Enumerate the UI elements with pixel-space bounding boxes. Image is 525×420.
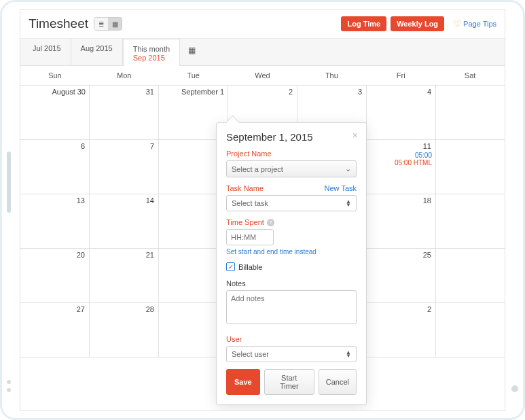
day-number: 14 (146, 196, 154, 205)
billable-checkbox-row[interactable]: ✓ Billable (226, 262, 357, 271)
cancel-button[interactable]: Cancel (319, 369, 357, 395)
scroll-indicator (7, 152, 11, 213)
list-view-icon[interactable]: ≣ (94, 18, 108, 30)
calendar-day-cell[interactable]: 1105:0005:00 HTML (367, 140, 436, 194)
calendar-day-cell[interactable] (436, 249, 505, 302)
new-task-link[interactable]: New Task (325, 184, 357, 192)
project-name-label: Project Name (226, 150, 357, 158)
task-select[interactable]: Select task ▲▼ (226, 195, 357, 211)
user-label: User (226, 335, 357, 343)
calendar-day-cell[interactable]: 27 (20, 303, 90, 357)
user-select[interactable]: Select user ▲▼ (226, 346, 357, 362)
app-window: Timesheet ≣ ▦ Log Time Weekly Log ♡ Page… (20, 9, 505, 411)
help-icon[interactable]: ? (267, 219, 274, 226)
start-end-time-link[interactable]: Set start and end time instead (226, 248, 357, 256)
page-title: Timesheet (29, 16, 88, 31)
weekly-log-button[interactable]: Weekly Log (391, 16, 444, 31)
notes-label: Notes (226, 279, 357, 287)
weekday-label: Mon (90, 66, 159, 85)
calendar-day-cell[interactable]: 13 (20, 194, 90, 248)
day-number: 2 (427, 305, 431, 313)
day-number: 25 (423, 251, 431, 259)
tab-aug[interactable]: Aug 2015 (71, 39, 123, 65)
day-number: September 1 (162, 88, 224, 96)
start-timer-button[interactable]: Start Timer (264, 369, 314, 395)
calendar-day-cell[interactable] (436, 194, 505, 248)
device-frame: Timesheet ≣ ▦ Log Time Weekly Log ♡ Page… (0, 0, 525, 420)
view-toggle: ≣ ▦ (94, 17, 122, 31)
weekday-label: Sun (20, 66, 90, 85)
checkbox-checked-icon: ✓ (226, 262, 235, 271)
calendar-event[interactable]: 05:00 (370, 152, 432, 159)
day-number: 13 (77, 196, 85, 205)
calendar-day-cell[interactable]: 6 (20, 140, 90, 194)
calendar-day-cell[interactable] (436, 86, 505, 139)
calendar-day-cell[interactable]: 28 (90, 303, 159, 357)
day-number: 28 (146, 305, 154, 313)
calendar-day-cell[interactable]: 7 (90, 140, 159, 194)
day-number: August 30 (24, 88, 86, 96)
weekday-header: SunMonTueWedThuFriSat (20, 66, 505, 86)
day-number: 4 (427, 88, 431, 96)
updown-icon: ▲▼ (346, 200, 351, 207)
weekday-label: Wed (228, 66, 297, 85)
log-time-popover: × September 1, 2015 Project Name Select … (216, 122, 367, 405)
calendar-day-cell[interactable]: 18 (367, 194, 436, 248)
time-spent-label: Time Spent (226, 218, 264, 226)
tab-jul[interactable]: Jul 2015 (23, 39, 71, 65)
weekday-label: Thu (297, 66, 366, 85)
calendar-day-cell[interactable]: 14 (90, 194, 159, 248)
calendar-day-cell[interactable]: 2 (367, 303, 436, 357)
day-number: 18 (423, 196, 431, 205)
calendar-view-icon[interactable]: ▦ (108, 18, 122, 30)
popover-date-title: September 1, 2015 (226, 131, 357, 143)
chevron-down-icon: ⌄ (345, 164, 351, 173)
top-bar: Timesheet ≣ ▦ Log Time Weekly Log ♡ Page… (20, 10, 505, 39)
day-number: 20 (77, 251, 85, 259)
calendar-day-cell[interactable]: 20 (20, 249, 90, 302)
calendar-day-cell[interactable]: 31 (90, 86, 159, 139)
device-dots-right (511, 385, 518, 392)
lightbulb-icon: ♡ (454, 19, 461, 29)
close-icon[interactable]: × (352, 130, 358, 141)
day-number: 11 (423, 142, 431, 150)
device-dots-left (7, 380, 11, 392)
calendar-day-cell[interactable] (436, 303, 505, 357)
calendar-picker-icon[interactable]: ▦ (180, 39, 204, 65)
project-select[interactable]: Select a project ⌄ (226, 160, 357, 177)
task-name-label: Task Name (226, 184, 264, 192)
calendar-day-cell[interactable] (436, 140, 505, 194)
month-tabs: Jul 2015 Aug 2015 This month Sep 2015 ▦ (20, 39, 505, 66)
log-time-button[interactable]: Log Time (341, 16, 386, 31)
day-number: 7 (150, 142, 154, 150)
day-number: 2 (289, 88, 293, 96)
page-tips-link[interactable]: ♡ Page Tips (454, 19, 496, 29)
calendar-day-cell[interactable]: 4 (367, 86, 436, 139)
notes-textarea[interactable] (226, 290, 357, 324)
weekday-label: Tue (159, 66, 228, 85)
weekday-label: Fri (366, 66, 435, 85)
calendar-event[interactable]: 05:00 HTML (370, 159, 432, 167)
save-button[interactable]: Save (226, 369, 260, 395)
day-number: 31 (146, 88, 154, 96)
day-number: 3 (358, 88, 362, 96)
tab-current-month[interactable]: This month Sep 2015 (123, 39, 180, 66)
time-spent-input[interactable] (226, 229, 274, 245)
day-number: 21 (146, 251, 154, 259)
day-number: 6 (81, 142, 85, 150)
calendar-day-cell[interactable]: 25 (367, 249, 436, 302)
calendar-day-cell[interactable]: 21 (90, 249, 159, 302)
calendar-day-cell[interactable]: August 30 (20, 86, 90, 139)
updown-icon: ▲▼ (346, 351, 351, 357)
weekday-label: Sat (435, 66, 505, 85)
day-number: 27 (77, 305, 85, 313)
